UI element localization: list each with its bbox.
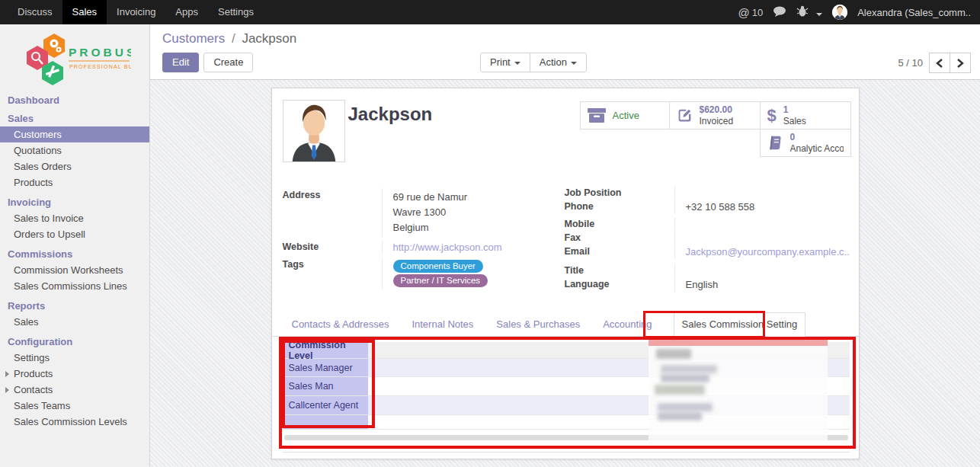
sidebar-item-commission-worksheets[interactable]: Commission Worksheets bbox=[0, 262, 149, 278]
breadcrumb-separator: / bbox=[232, 31, 235, 46]
mention-count: 10 bbox=[752, 7, 763, 18]
sidebar-item-products[interactable]: Products bbox=[0, 174, 149, 190]
bug-caret-icon bbox=[816, 13, 822, 16]
redacted-block bbox=[658, 412, 702, 421]
sidebar-heading-commissions[interactable]: Commissions bbox=[8, 248, 149, 261]
app-apps[interactable]: Apps bbox=[165, 0, 208, 24]
redacted-block bbox=[661, 374, 709, 382]
sidebar-heading-reports[interactable]: Reports bbox=[8, 300, 149, 312]
job-position-value[interactable] bbox=[674, 186, 851, 199]
chevron-right-icon bbox=[5, 387, 9, 393]
tab-contacts-addresses[interactable]: Contacts & Addresses bbox=[290, 313, 391, 336]
address-street[interactable]: 69 rue de Namur bbox=[393, 190, 556, 205]
sidebar-item-settings[interactable]: Settings bbox=[0, 350, 149, 366]
stat-buttons: Active $620.00 Invoiced $ bbox=[580, 101, 851, 158]
sidebar-item-orders-to-upsell[interactable]: Orders to Upsell bbox=[0, 226, 149, 242]
analytic-count-value: 0 bbox=[790, 132, 844, 142]
customer-photo[interactable] bbox=[283, 100, 345, 162]
sheet-divider bbox=[283, 452, 850, 453]
action-dropdown-button[interactable]: Action bbox=[530, 53, 587, 72]
tab-sales-commission-setting[interactable]: Sales Commission Setting bbox=[674, 312, 806, 337]
at-icon: @ bbox=[738, 6, 749, 19]
sidebar-nav: Dashboard Sales Customers Quotations Sal… bbox=[0, 94, 149, 430]
tag-components-buyer[interactable]: Components Buyer bbox=[393, 260, 483, 273]
sidebar-heading-dashboard[interactable]: Dashboard bbox=[8, 94, 149, 107]
sidebar-heading-sales[interactable]: Sales bbox=[8, 113, 149, 125]
commission-level-header[interactable]: Commission Level bbox=[283, 342, 368, 358]
sales-stat-button[interactable]: $ 1 Sales bbox=[760, 101, 851, 130]
sidebar-item-config-products[interactable]: Products bbox=[0, 366, 149, 382]
redacted-block bbox=[661, 365, 717, 373]
sidebar-item-customers[interactable]: Customers bbox=[0, 126, 149, 142]
sidebar-item-sales-teams[interactable]: Sales Teams bbox=[0, 398, 149, 414]
email-label: Email bbox=[565, 245, 674, 258]
sidebar-item-sales-to-invoice[interactable]: Sales to Invoice bbox=[0, 210, 149, 226]
title-value[interactable] bbox=[674, 264, 851, 277]
sidebar-item-sales-commission-levels[interactable]: Sales Commission Levels bbox=[0, 414, 149, 430]
control-panel: Customers / Jackpson Edit Create Print A… bbox=[150, 24, 980, 80]
website-link[interactable]: http://www.jackpson.com bbox=[393, 241, 502, 253]
right-field-group: Job Position Phone +32 10 588 558 Mobile… bbox=[565, 186, 851, 292]
chevron-right-icon bbox=[5, 371, 9, 377]
breadcrumb: Customers / Jackpson bbox=[162, 31, 296, 46]
tag-partner-it-services[interactable]: Partner / IT Services bbox=[393, 274, 488, 287]
mobile-label: Mobile bbox=[565, 217, 674, 231]
phone-label: Phone bbox=[565, 200, 674, 213]
bug-icon[interactable] bbox=[796, 5, 822, 20]
archive-box-icon bbox=[588, 108, 606, 123]
app-menu: Discuss Sales Invoicing Apps Settings bbox=[0, 0, 264, 24]
email-link[interactable]: Jackpson@yourcompany.example.c.. bbox=[686, 246, 850, 257]
job-position-label: Job Position bbox=[565, 186, 674, 200]
redacted-column bbox=[649, 337, 828, 445]
invoiced-stat-button[interactable]: $620.00 Invoiced bbox=[669, 101, 761, 130]
customer-form-sheet: Jackpson Active $620.00 bbox=[271, 88, 860, 459]
analytic-accounts-stat-button[interactable]: 0 Analytic Acco... bbox=[760, 129, 851, 157]
user-avatar[interactable] bbox=[832, 5, 847, 20]
active-stat-button[interactable]: Active bbox=[580, 101, 670, 130]
mentions-counter[interactable]: @ 10 bbox=[738, 6, 763, 19]
phone-value[interactable]: +32 10 588 558 bbox=[674, 200, 851, 214]
chat-icon[interactable] bbox=[773, 5, 786, 20]
tab-accounting[interactable]: Accounting bbox=[601, 313, 653, 336]
active-stat-label: Active bbox=[613, 110, 639, 121]
app-settings[interactable]: Settings bbox=[208, 0, 264, 24]
tab-internal-notes[interactable]: Internal Notes bbox=[410, 313, 475, 336]
app-sales[interactable]: Sales bbox=[62, 0, 107, 24]
redaction-highlight-band bbox=[649, 337, 828, 346]
left-field-group: Address 69 rue de Namur Wavre 1300 Belgi… bbox=[283, 188, 556, 289]
tab-sales-purchases[interactable]: Sales & Purchases bbox=[495, 313, 581, 336]
redacted-block bbox=[658, 403, 713, 411]
sidebar-item-reports-sales[interactable]: Sales bbox=[0, 314, 149, 330]
dollar-icon: $ bbox=[767, 108, 777, 123]
language-value[interactable]: English bbox=[674, 277, 851, 292]
create-button[interactable]: Create bbox=[203, 53, 253, 72]
user-menu[interactable]: Alexandra (Sales_comm.. bbox=[857, 7, 971, 18]
mobile-value[interactable] bbox=[674, 217, 851, 230]
sidebar-item-config-contacts[interactable]: Contacts bbox=[0, 382, 149, 398]
sidebar-heading-configuration[interactable]: Configuration bbox=[8, 336, 149, 348]
language-label: Language bbox=[565, 277, 674, 291]
breadcrumb-customers[interactable]: Customers bbox=[162, 31, 225, 46]
edit-button[interactable]: Edit bbox=[162, 53, 199, 72]
fax-value[interactable] bbox=[674, 231, 851, 244]
probuse-logo: PROBUSE PROFESSIONAL BUSINESS bbox=[0, 24, 149, 88]
svg-text:PROBUSE: PROBUSE bbox=[69, 46, 131, 59]
print-dropdown-button[interactable]: Print bbox=[480, 53, 530, 72]
notebook-tabs: Contacts & Addresses Internal Notes Sale… bbox=[272, 313, 859, 337]
invoiced-label: Invoiced bbox=[700, 116, 734, 126]
app-discuss[interactable]: Discuss bbox=[8, 0, 62, 24]
sidebar-item-sales-orders[interactable]: Sales Orders bbox=[0, 158, 149, 174]
book-icon bbox=[767, 136, 783, 150]
address-label: Address bbox=[283, 188, 382, 202]
pager-previous-button[interactable] bbox=[929, 53, 950, 73]
app-invoicing[interactable]: Invoicing bbox=[107, 0, 165, 24]
pager: 5 / 10 bbox=[898, 53, 971, 73]
sales-count-value: 1 bbox=[783, 104, 806, 115]
address-country[interactable]: Belgium bbox=[393, 220, 556, 235]
redacted-block bbox=[655, 385, 705, 395]
sidebar-heading-invoicing[interactable]: Invoicing bbox=[8, 197, 149, 209]
sidebar-item-quotations[interactable]: Quotations bbox=[0, 142, 149, 158]
pager-next-button[interactable] bbox=[950, 53, 971, 73]
sidebar-item-sales-commissions-lines[interactable]: Sales Commissions Lines bbox=[0, 278, 149, 294]
address-city[interactable]: Wavre 1300 bbox=[393, 205, 556, 220]
